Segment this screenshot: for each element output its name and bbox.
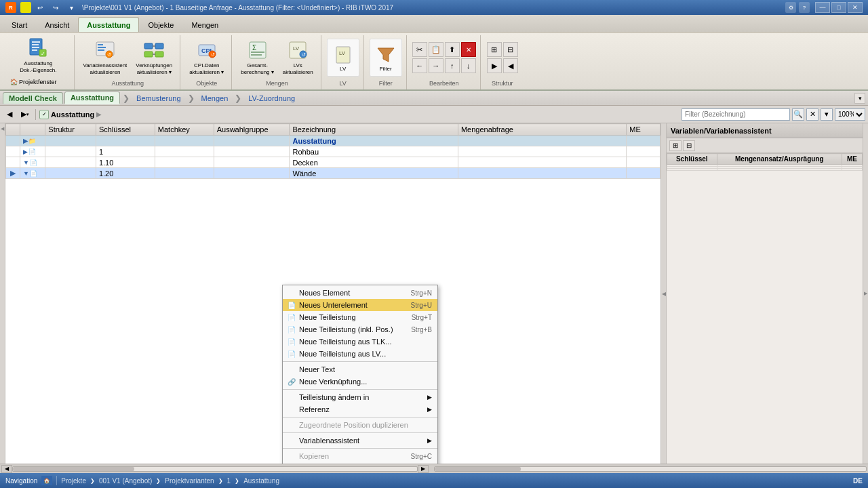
- filter-clear-btn[interactable]: ✕: [806, 108, 818, 121]
- ribbon-group-bearbeiten: ✂ 📋 ⬆ ✕ ← → ↑ ↓ Bearbeiten: [408, 35, 481, 89]
- btn-cpi-daten[interactable]: CPI ↺ CPI-Datenaktualisieren ▾: [186, 39, 227, 77]
- tab-objekte[interactable]: Objekte: [139, 17, 182, 32]
- maximize-btn[interactable]: □: [831, 2, 846, 13]
- btn-variablenassistent[interactable]: ↺ Variablenassistentaktualisieren: [80, 39, 131, 77]
- quick-save-btn[interactable]: [20, 2, 31, 13]
- quick-dropdown-btn[interactable]: ▾: [64, 1, 78, 14]
- far-right-handle[interactable]: ▶: [863, 123, 868, 464]
- view-expand-btn[interactable]: ▾: [854, 93, 865, 104]
- col-schluessel: Schlüssel: [96, 124, 155, 136]
- btn-stop[interactable]: ✕: [461, 42, 476, 57]
- ctx-neues-unterelement[interactable]: 📄 Neues Unterelement Strg+U: [283, 299, 437, 311]
- btn-bearbeiten-2[interactable]: 📋: [429, 42, 443, 57]
- svg-rect-1: [32, 41, 40, 43]
- col-mengenabfrage: Mengenabfrage: [458, 124, 626, 136]
- ctx-referenz[interactable]: Referenz ▶: [283, 403, 437, 415]
- tab-lv-zuordnung[interactable]: LV-Zuordnung: [244, 93, 299, 104]
- toolbar-nav-back[interactable]: ◀: [3, 108, 16, 121]
- toolbar-mode-btn[interactable]: ✓: [39, 110, 49, 119]
- ctx-neue-teilleistung-shortcut: Strg+T: [412, 314, 432, 321]
- btn-verknuepfungen[interactable]: Verknüpfungenaktualisieren ▾: [132, 39, 176, 77]
- btn-bearbeiten-6[interactable]: →: [429, 58, 443, 73]
- scroll-thumb[interactable]: [13, 467, 134, 471]
- ctx-variablenassistent[interactable]: Variablenassistent ▶: [283, 434, 437, 447]
- btn-ausstattung-dokument[interactable]: ✓ AusstattungDok.-Eigensch.: [16, 37, 60, 75]
- ctx-neue-teilleistung-lv[interactable]: 📄 Neue Teilleistung aus LV...: [283, 348, 437, 360]
- left-panel-handle[interactable]: ◀: [0, 123, 5, 464]
- tab-ansicht[interactable]: Ansicht: [36, 17, 78, 32]
- btn-lvs-aktualisieren[interactable]: LV ↺ LVsaktualisieren: [279, 39, 317, 77]
- filter-options-btn[interactable]: ▾: [821, 108, 833, 121]
- ctx-neues-element[interactable]: Neues Element Strg+N: [283, 287, 437, 299]
- row-auswahlgruppe: [214, 168, 290, 179]
- row-mengenabfrage: [458, 146, 626, 157]
- ctx-neue-teilleistung[interactable]: 📄 Neue Teilleistung Strg+T: [283, 311, 437, 323]
- ctx-neue-teilleistung-tlk[interactable]: 📄 Neue Teilleistung aus TLK...: [283, 336, 437, 348]
- right-collapse-handle[interactable]: ◀: [660, 123, 666, 464]
- tab-mengen[interactable]: Mengen: [182, 17, 227, 32]
- toolbar-nav-fwd[interactable]: ▶▾: [18, 108, 32, 121]
- ctx-neuer-text[interactable]: Neuer Text: [283, 363, 437, 375]
- close-btn[interactable]: ✕: [848, 2, 863, 13]
- horizontal-scrollbar[interactable]: ◀ ▶: [0, 464, 868, 473]
- btn-gesamtberechnung[interactable]: Σ Gesamt-berechnung ▾: [237, 39, 277, 77]
- btn-struktur-3[interactable]: ▶: [487, 58, 502, 73]
- scroll-track[interactable]: [12, 466, 418, 472]
- row-struktur: [45, 146, 96, 157]
- btn-bearbeiten-5[interactable]: ←: [412, 58, 427, 73]
- zoom-select[interactable]: 100% 75% 125% 150%: [835, 108, 865, 121]
- btn-bearbeiten-3[interactable]: ⬆: [445, 42, 460, 57]
- table-row[interactable]: ▼ 📄 1.10 Decken: [6, 157, 660, 168]
- btn-struktur-2[interactable]: ⊟: [503, 42, 518, 57]
- status-ausstattung[interactable]: Ausstattung: [243, 477, 279, 485]
- status-arrow-4: ❯: [235, 478, 239, 484]
- btn-struktur-4[interactable]: ◀: [503, 58, 518, 73]
- status-v1-angebot[interactable]: 001 V1 (Angebot): [99, 477, 152, 485]
- ctx-teilleistung-arrow: ▶: [427, 394, 432, 401]
- table-row[interactable]: ▶ 📁 Ausstattung: [6, 136, 660, 146]
- tab-ausstattung[interactable]: Ausstattung: [64, 92, 120, 104]
- btn-bearbeiten-1[interactable]: ✂: [412, 42, 427, 57]
- scroll-right-btn[interactable]: ▶: [418, 465, 429, 473]
- minimize-btn[interactable]: —: [815, 2, 830, 13]
- btn-bearbeiten-8[interactable]: ↓: [461, 58, 476, 73]
- group-filter-label: Filter: [379, 79, 393, 88]
- col-bezeichnung: Bezeichnung: [290, 124, 458, 136]
- ctx-teilleistung-aendern-label: Teilleistung ändern in: [299, 393, 369, 401]
- filter-input[interactable]: [682, 108, 790, 121]
- right-panel-tb-btn2[interactable]: ⊟: [683, 140, 695, 151]
- title-bar: R ↩ ↪ ▾ \Projekte\001 V1 (Angebot) - 1 B…: [0, 0, 868, 15]
- tab-start[interactable]: Start: [3, 17, 36, 32]
- scroll-left-btn[interactable]: ◀: [1, 465, 12, 473]
- help-icon[interactable]: ?: [799, 2, 810, 13]
- status-projektvarianten[interactable]: Projektvarianten: [165, 477, 214, 485]
- ctx-neue-teilleistung-inkl[interactable]: 📄 Neue Teilleistung (inkl. Pos.) Strg+B: [283, 323, 437, 336]
- context-menu: Neues Element Strg+N 📄 Neues Unterelemen…: [282, 285, 438, 464]
- quick-redo-btn[interactable]: ↪: [49, 1, 62, 14]
- ctx-neue-verknuepfung[interactable]: 🔗 Neue Verknüpfung...: [283, 375, 437, 388]
- quick-undo-btn[interactable]: ↩: [33, 1, 47, 14]
- table-row[interactable]: ▶ 📄 1 Rohbau: [6, 146, 660, 157]
- right-scroll-track[interactable]: [434, 466, 867, 472]
- btn-struktur-1[interactable]: ⊞: [487, 42, 502, 57]
- right-scroll-thumb[interactable]: [435, 467, 521, 471]
- ctx-variablenassistent-label: Variablenassistent: [299, 436, 359, 445]
- tab-mengen[interactable]: Mengen: [197, 93, 233, 104]
- toolbar-view-name: Ausstattung: [51, 110, 94, 119]
- filter-search-btn[interactable]: 🔍: [792, 108, 804, 121]
- group-ausstattung-label: Ausstattung: [112, 79, 144, 88]
- status-number[interactable]: 1: [227, 477, 231, 485]
- tab-bemusterung[interactable]: Bemusterung: [132, 93, 184, 104]
- btn-bearbeiten-7[interactable]: ↑: [445, 58, 460, 73]
- tab-ausstattung[interactable]: Ausstattung: [78, 17, 139, 32]
- table-row[interactable]: ▶ ▼ 📄 1.20 Wände: [6, 168, 660, 179]
- row-mengenabfrage: [458, 157, 626, 168]
- settings-icon[interactable]: ⚙: [785, 2, 796, 13]
- ctx-teilleistung-aendern[interactable]: Teilleistung ändern in ▶: [283, 391, 437, 403]
- row-struktur: [45, 136, 96, 146]
- right-panel-tb-btn1[interactable]: ⊞: [669, 140, 682, 151]
- tab-modell-check[interactable]: Modell Check: [3, 92, 63, 104]
- btn-projektfenster[interactable]: 🏠 Projektfenster: [7, 76, 70, 88]
- status-projekte[interactable]: Projekte: [61, 477, 86, 485]
- toolbar-expand-arrow[interactable]: ▶: [96, 110, 102, 118]
